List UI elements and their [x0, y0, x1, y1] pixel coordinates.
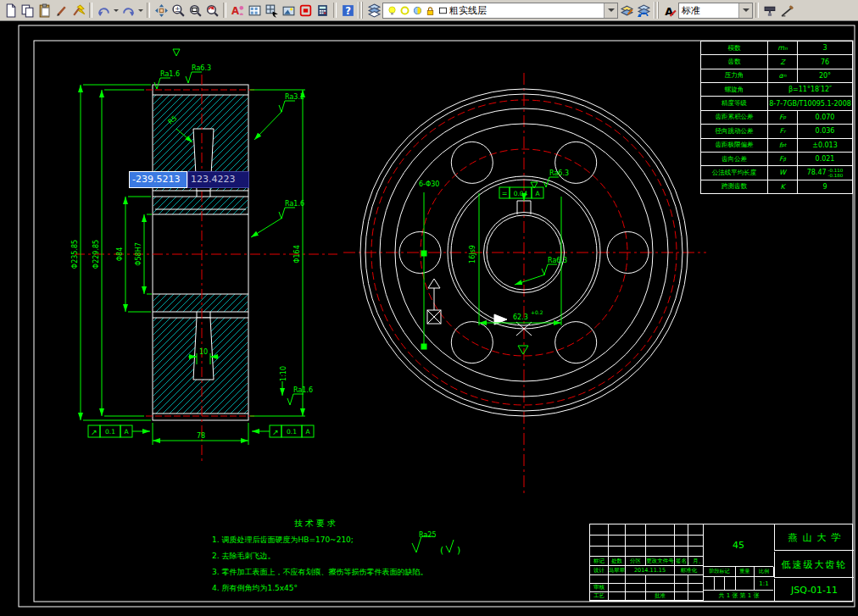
- sheet-count: 共 1 张 第 1 张: [704, 591, 774, 601]
- svg-text:62.3: 62.3: [513, 314, 528, 321]
- measure-icon[interactable]: [778, 2, 795, 19]
- svg-text:Ra3.2: Ra3.2: [285, 93, 304, 101]
- title-block: 标记处数分区更改文件号签名年、月、日设计马翠翠2014.11.15标准化审核工艺…: [589, 524, 853, 602]
- stage-cell: [715, 577, 725, 591]
- coord-x-input[interactable]: -239.5213: [129, 171, 187, 188]
- calculator-icon[interactable]: [314, 2, 331, 19]
- color-swatch-icon[interactable]: [437, 4, 449, 17]
- svg-text:Φ235.85: Φ235.85: [71, 240, 79, 269]
- title-block-middle: 45 阶段标记 重量 比例 1:1 共 1 张 第 1 张: [704, 524, 774, 601]
- render-icon[interactable]: [280, 2, 297, 19]
- title-block-cell: 标记: [590, 557, 609, 566]
- font-style-icon[interactable]: A: [661, 2, 678, 19]
- stage-cell: [725, 577, 736, 591]
- title-block-cell: 签名: [675, 557, 688, 566]
- svg-text:A: A: [124, 428, 129, 436]
- gear-table-label: 齿距极限偏差: [701, 139, 768, 152]
- block-icon[interactable]: [263, 2, 280, 19]
- toolbar-grip: [654, 2, 660, 19]
- gear-table-label: 径向跳动公差: [701, 125, 768, 137]
- svg-text:Ra1.6: Ra1.6: [293, 386, 313, 394]
- title-block-cell: [675, 575, 688, 584]
- svg-text:Φ164: Φ164: [293, 245, 301, 264]
- gear-table-row: 齿距累积公差Fp0.070: [701, 111, 852, 125]
- svg-text:Ra6.3: Ra6.3: [549, 169, 569, 177]
- gear-table-symbol: αn: [768, 69, 798, 82]
- svg-text:A: A: [305, 428, 310, 436]
- gear-table-value: 9: [798, 180, 852, 193]
- dropdown-caret[interactable]: [112, 3, 120, 18]
- scale-cell: 1:1: [755, 577, 773, 591]
- title-block-cell: [609, 547, 626, 557]
- annotate-icon[interactable]: A: [229, 2, 246, 19]
- ball-icon[interactable]: [411, 4, 424, 17]
- brush-icon[interactable]: [53, 2, 70, 19]
- svg-text:↗: ↗: [91, 428, 98, 436]
- layers-icon[interactable]: [365, 2, 382, 19]
- redo-icon[interactable]: [120, 2, 136, 19]
- bulb-icon[interactable]: [386, 4, 398, 17]
- layer-combo-dropdown-button[interactable]: [604, 3, 617, 18]
- title-block-cell: [646, 584, 675, 592]
- material-cell: 45: [704, 524, 773, 567]
- toolbar-separator: [223, 3, 226, 18]
- title-block-cell: [675, 592, 688, 601]
- tech-req-line: 4. 所有倒角均为1.5x45°: [212, 580, 500, 597]
- title-block-cell: [646, 575, 675, 584]
- svg-text:Ra6.3: Ra6.3: [548, 257, 567, 264]
- title-block-cell: [590, 547, 609, 557]
- school-name: 燕山大学: [774, 524, 854, 551]
- title-block-cell: 审核: [590, 584, 609, 592]
- layer-combo[interactable]: 粗实线层: [382, 3, 618, 19]
- layer-move-icon[interactable]: [635, 2, 652, 19]
- title-block-cell: [626, 547, 646, 557]
- svg-text:?: ?: [345, 5, 351, 17]
- zoom-previous-icon[interactable]: [203, 2, 220, 19]
- gear-table-symbol: fpt: [768, 139, 798, 152]
- part-name: 低速级大齿轮: [774, 552, 854, 578]
- zoom-inout-icon[interactable]: ±: [170, 2, 187, 19]
- title-block-cell: [590, 575, 609, 584]
- lock-icon[interactable]: [424, 4, 437, 17]
- title-block-cell: [688, 536, 704, 547]
- coord-y-input[interactable]: 123.4223: [187, 171, 249, 188]
- grid-icon[interactable]: [246, 2, 263, 19]
- copy-icon[interactable]: [19, 2, 36, 19]
- tech-req-line: 2. 去除毛刺飞边。: [212, 548, 500, 564]
- weight-header: 重量: [736, 567, 755, 577]
- gear-table-value: ±0.013: [798, 139, 852, 152]
- gear-table-row: 齿距极限偏差fpt±0.013: [701, 139, 852, 153]
- pan-icon[interactable]: [153, 2, 170, 19]
- paste-icon[interactable]: [36, 2, 53, 19]
- undo-icon[interactable]: [95, 2, 112, 19]
- gear-table-value: 0.070: [798, 111, 852, 124]
- gear-table-label: 公法线平均长度: [701, 166, 768, 179]
- svg-text:Ra1.6: Ra1.6: [285, 200, 304, 208]
- style-combo[interactable]: 标准: [678, 3, 753, 19]
- title-block-cell: [609, 524, 626, 536]
- zoom-window-icon[interactable]: [187, 2, 203, 19]
- svg-text:1:10: 1:10: [280, 366, 287, 381]
- help-icon[interactable]: ?: [339, 2, 356, 19]
- title-block-cell: [646, 536, 675, 547]
- gear-table-value: 76: [798, 55, 852, 68]
- gear-table-value: 78.47-0.110-0.180: [798, 166, 852, 179]
- stamp-icon[interactable]: [297, 2, 314, 19]
- svg-text:±: ±: [174, 4, 180, 13]
- gear-table-value: 20°: [798, 69, 852, 82]
- roller-icon[interactable]: [761, 2, 778, 19]
- dropdown-caret[interactable]: [136, 3, 144, 18]
- new-doc-icon[interactable]: [2, 2, 19, 19]
- style-combo-dropdown-button[interactable]: [738, 3, 752, 18]
- gear-table-symbol: K: [768, 180, 798, 193]
- title-block-cell: 年、月、日: [688, 557, 704, 566]
- svg-text:=: =: [502, 190, 508, 197]
- layer-edit-icon[interactable]: [618, 2, 635, 19]
- gear-table-symbol: mn: [768, 42, 798, 54]
- title-block-cell: [675, 524, 688, 536]
- svg-text:A: A: [231, 4, 239, 16]
- title-block-cell: [688, 524, 704, 536]
- freeze-icon[interactable]: [398, 4, 411, 17]
- format-painter-icon[interactable]: [70, 2, 86, 19]
- gear-table-row: 螺旋角β=11°18′12″: [701, 83, 852, 97]
